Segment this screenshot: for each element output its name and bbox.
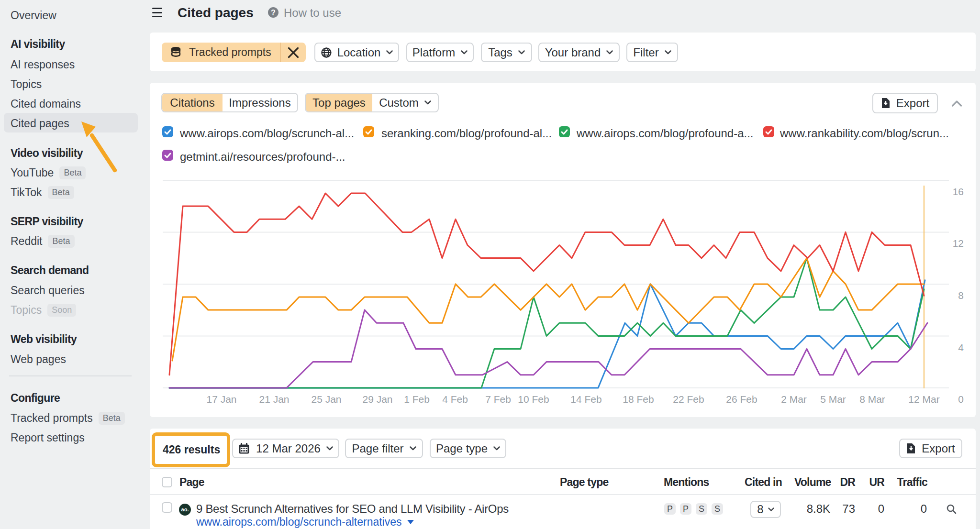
svg-text:18 Feb: 18 Feb [623, 394, 654, 405]
svg-text:17 Jan: 17 Jan [206, 394, 236, 405]
svg-text:1 Feb: 1 Feb [404, 394, 430, 405]
svg-text:29 Jan: 29 Jan [362, 394, 392, 405]
svg-text:4: 4 [958, 342, 964, 353]
svg-text:26 Feb: 26 Feb [726, 394, 757, 405]
svg-text:21 Jan: 21 Jan [259, 394, 289, 405]
svg-text:12 Mar: 12 Mar [908, 394, 939, 405]
svg-text:2 Mar: 2 Mar [781, 394, 807, 405]
svg-text:12: 12 [953, 238, 964, 249]
svg-text:10 Feb: 10 Feb [518, 394, 549, 405]
svg-text:14 Feb: 14 Feb [570, 394, 601, 405]
svg-text:22 Feb: 22 Feb [673, 394, 704, 405]
svg-text:25 Jan: 25 Jan [311, 394, 341, 405]
svg-text:16: 16 [953, 186, 964, 197]
svg-text:7 Feb: 7 Feb [485, 394, 511, 405]
svg-text:8: 8 [958, 290, 964, 301]
svg-text:4 Feb: 4 Feb [442, 394, 468, 405]
svg-text:0: 0 [958, 394, 964, 405]
svg-text:8 Mar: 8 Mar [859, 394, 885, 405]
svg-text:5 Mar: 5 Mar [820, 394, 846, 405]
